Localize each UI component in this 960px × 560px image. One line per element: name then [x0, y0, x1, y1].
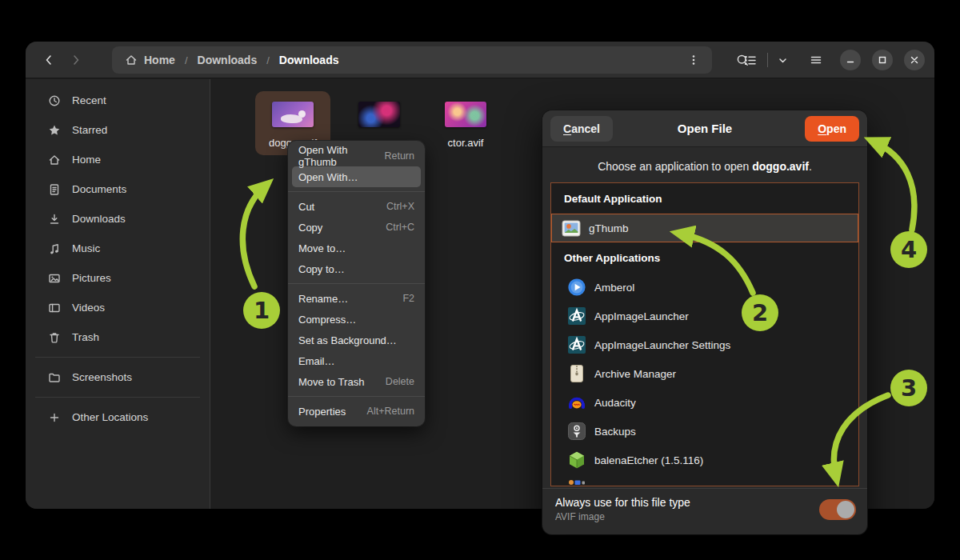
menu-item-compress[interactable]: Compress… — [292, 309, 421, 330]
sidebar-item-label: Other Locations — [72, 411, 148, 423]
sidebar-item-music[interactable]: Music — [26, 234, 210, 263]
app-row-clipped[interactable] — [551, 474, 858, 486]
menu-item-copy-to[interactable]: Copy to… — [292, 258, 421, 279]
sidebar-separator — [35, 357, 200, 358]
minimize-button[interactable] — [840, 50, 861, 70]
application-list: Default ApplicationgThumbOther Applicati… — [550, 182, 859, 486]
archive-icon — [567, 364, 586, 383]
appimagelauncher-icon — [567, 306, 586, 326]
menu-item-shortcut: Ctrl+C — [386, 222, 414, 233]
menu-item-shortcut: Ctrl+X — [386, 201, 414, 212]
cancel-button[interactable]: Cancel — [550, 116, 613, 142]
sidebar-item-label: Downloads — [72, 213, 126, 225]
partial-icon — [567, 479, 586, 486]
forward-button[interactable] — [64, 48, 88, 72]
menu-item-set-as-background[interactable]: Set as Background… — [292, 330, 421, 350]
sidebar-item-label: Pictures — [72, 272, 111, 284]
headerbar: Home/Downloads/Downloads — [26, 42, 934, 78]
close-button[interactable] — [904, 50, 925, 70]
menu-item-label: Properties — [298, 406, 346, 418]
prompt-text: Choose an application to open — [598, 160, 752, 173]
breadcrumb-segment-home-0[interactable]: Home — [125, 54, 175, 66]
sidebar-item-downloads[interactable]: Downloads — [26, 204, 210, 234]
sidebar: RecentStarredHomeDocumentsDownloadsMusic… — [26, 79, 210, 509]
main-menu-button[interactable] — [803, 47, 829, 73]
path-bar[interactable]: Home/Downloads/Downloads — [112, 46, 712, 74]
app-row-appimagelauncher-settings[interactable]: AppImageLauncher Settings — [551, 330, 858, 359]
app-name-label: Archive Manager — [594, 368, 676, 380]
amberol-icon — [567, 278, 586, 297]
menu-item-move-to-trash[interactable]: Move to TrashDelete — [292, 371, 421, 392]
maximize-button[interactable] — [872, 50, 893, 70]
back-icon — [42, 54, 55, 66]
back-button[interactable] — [37, 48, 61, 72]
menu-item-copy[interactable]: CopyCtrl+C — [292, 217, 421, 238]
list-view-button[interactable] — [737, 47, 762, 73]
chevron-down-icon — [778, 55, 788, 66]
app-row-amberol[interactable]: Amberol — [551, 273, 858, 302]
menu-item-shortcut: Alt+Return — [367, 406, 414, 417]
sidebar-item-screenshots[interactable]: Screenshots — [26, 362, 210, 392]
breadcrumb-separator: / — [185, 54, 188, 66]
video-icon — [48, 302, 61, 314]
breadcrumb-segment-downloads-current[interactable]: Downloads — [279, 54, 339, 66]
app-row-backups[interactable]: Backups — [551, 417, 858, 446]
menu-item-label: Rename… — [298, 293, 348, 305]
sidebar-item-trash[interactable]: Trash — [26, 322, 210, 352]
sidebar-item-other-locations[interactable]: Other Locations — [26, 402, 210, 432]
menu-item-label: Email… — [298, 355, 335, 367]
path-menu-button[interactable] — [685, 47, 702, 73]
sidebar-item-label: Documents — [72, 183, 126, 195]
music-icon — [48, 242, 61, 255]
menu-item-rename[interactable]: Rename…F2 — [292, 288, 421, 309]
file-tile-hidden-1[interactable] — [342, 91, 417, 143]
breadcrumb-label: Downloads — [279, 54, 339, 66]
sidebar-item-pictures[interactable]: Pictures — [26, 263, 210, 293]
always-use-toggle[interactable] — [819, 499, 856, 520]
open-mnemonic: O — [818, 122, 826, 135]
picture-icon — [48, 272, 61, 285]
menu-item-label: Compress… — [298, 314, 356, 326]
menu-item-cut[interactable]: CutCtrl+X — [292, 196, 421, 217]
menu-item-email[interactable]: Email… — [292, 350, 421, 371]
app-row-audacity[interactable]: Audacity — [551, 388, 858, 417]
menu-separator — [288, 191, 425, 192]
view-options-button[interactable] — [773, 47, 792, 73]
sidebar-item-starred[interactable]: Starred — [26, 115, 210, 145]
app-name-label: Backups — [594, 426, 636, 438]
sidebar-item-documents[interactable]: Documents — [26, 174, 210, 204]
sidebar-item-home[interactable]: Home — [26, 145, 210, 174]
app-row-balenaetcher-1-5-116[interactable]: balenaEtcher (1.5.116) — [551, 446, 858, 474]
sidebar-separator — [35, 397, 200, 398]
app-row-archive-manager[interactable]: Archive Manager — [551, 359, 858, 388]
app-name-label: gThumb — [589, 222, 629, 234]
sidebar-item-videos[interactable]: Videos — [26, 293, 210, 322]
trash-icon — [48, 331, 61, 344]
menu-item-open-with[interactable]: Open With… — [292, 166, 421, 187]
app-section-header-default-application: Default Application — [551, 183, 858, 214]
open-button[interactable]: Open — [805, 116, 859, 142]
breadcrumb: Home/Downloads/Downloads — [125, 54, 685, 66]
sidebar-item-label: Recent — [72, 94, 106, 106]
home-icon — [48, 154, 61, 166]
menu-item-move-to[interactable]: Move to… — [292, 238, 421, 258]
cancel-rest: ancel — [571, 122, 600, 135]
file-thumbnail — [272, 102, 314, 127]
prompt-suffix: . — [809, 160, 812, 173]
menu-item-label: Open With… — [298, 171, 358, 183]
sidebar-item-recent[interactable]: Recent — [26, 86, 210, 115]
breadcrumb-separator: / — [266, 54, 270, 66]
app-row-gthumb[interactable]: gThumb — [551, 214, 858, 242]
menu-item-properties[interactable]: PropertiesAlt+Return — [292, 401, 421, 422]
menu-item-open-with-gthumb[interactable]: Open With gThumbReturn — [292, 146, 421, 166]
file-name-label: ctor.avif — [428, 137, 503, 149]
sidebar-item-label: Starred — [72, 124, 107, 136]
menu-item-label: Set as Background… — [298, 334, 397, 346]
document-icon — [48, 183, 61, 196]
sidebar-item-label: Home — [72, 154, 101, 166]
app-row-appimagelauncher[interactable]: AppImageLauncher — [551, 302, 858, 330]
minimize-icon — [846, 55, 855, 65]
breadcrumb-segment-downloads-1[interactable]: Downloads — [198, 54, 258, 66]
file-tile-ctor-avif[interactable]: ctor.avif — [428, 91, 503, 155]
toggle-knob — [837, 501, 854, 518]
